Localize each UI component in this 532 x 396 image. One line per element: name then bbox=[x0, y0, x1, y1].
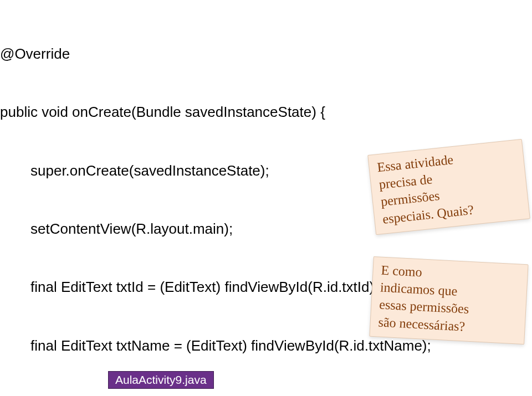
code-line: public void onCreate(Bundle savedInstanc… bbox=[0, 102, 434, 122]
sticky-note-how-to-indicate: E como indicamos que essas permissões sã… bbox=[369, 256, 528, 344]
code-line: setContentView(R.layout.main); bbox=[0, 219, 434, 239]
code-block: @Override public void onCreate(Bundle sa… bbox=[0, 6, 434, 396]
code-line: final EditText txtId = (EditText) findVi… bbox=[0, 277, 434, 297]
sticky-note-permissions-question: Essa atividade precisa de permissões esp… bbox=[367, 139, 530, 235]
file-name-label: AulaActivity9.java bbox=[108, 371, 214, 389]
code-line: final EditText txtName = (EditText) find… bbox=[0, 336, 434, 356]
code-line: @Override bbox=[0, 44, 434, 64]
